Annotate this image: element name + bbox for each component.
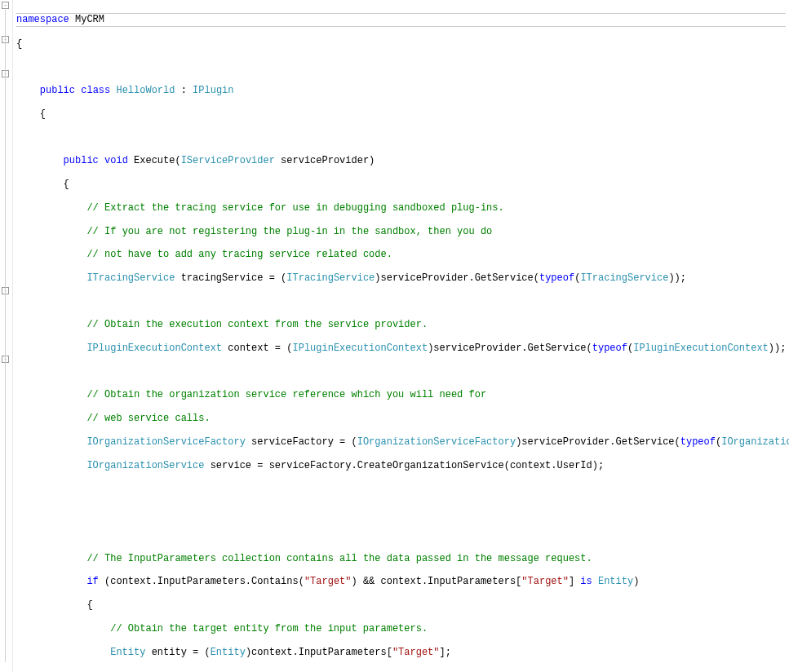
type-name: ITracingService [86,272,175,284]
type-name: ITracingService [580,272,668,284]
type-name: IOrganizationServiceFactory [721,436,789,448]
keyword: class [81,85,110,96]
brace: { [40,108,46,120]
comment: // Obtain the execution context from the… [86,319,428,330]
text: )serviceProvider.GetService( [375,272,539,284]
code-editor[interactable]: - - - - - namespace MyCRM { public class… [0,0,789,672]
type-name: Entity [211,647,246,658]
method-name: Execute [134,155,175,166]
fold-gutter: - - - - - [0,0,13,672]
paren: ( [175,155,180,166]
paren: ) [369,155,375,166]
comment: // Obtain the target entity from the inp… [110,623,439,634]
string: "Target" [304,576,352,587]
keyword: public [64,155,99,166]
text: : [175,85,193,96]
type-name: Entity [598,576,633,587]
string: "Target" [392,647,440,658]
keyword: public [40,85,75,96]
type-name: IOrganizationServiceFactory [86,436,245,448]
keyword: is [580,576,592,587]
type-name: IPluginExecutionContext [292,343,428,354]
comment: // Obtain the organization service refer… [86,389,498,400]
comment: // not have to add any tracing service r… [86,249,392,260]
text: entity = ( [145,647,210,658]
param: serviceProvider [275,155,369,166]
brace: { [64,179,69,190]
text: )); [769,343,787,354]
keyword: namespace [16,14,69,25]
text: service = serviceFactory.CreateOrganizat… [204,460,604,471]
comment: // The InputParameters collection contai… [86,553,604,564]
type-name: IPluginExecutionContext [633,343,769,354]
type-name: IServiceProvider [181,155,275,166]
text: (context.InputParameters.Contains( [99,576,304,587]
fold-icon[interactable]: - [2,2,9,9]
keyword: if [86,576,98,587]
text: ] [569,576,580,587]
brace: { [16,38,22,50]
type-name: ITracingService [286,272,375,284]
type-name: IOrganizationService [86,460,204,471]
type-name: IOrganizationServiceFactory [357,436,516,448]
text: serviceFactory = ( [246,436,357,448]
brace: { [86,599,92,611]
keyword: void [104,155,128,166]
text: )serviceProvider.GetService( [428,343,592,354]
text: context = ( [222,343,292,354]
text: ]; [440,647,451,658]
interface-name: IPlugin [193,85,233,96]
text: tracingService = ( [175,272,286,284]
text: )context.InputParameters[ [246,647,392,658]
type-name: Entity [110,647,145,658]
string: "Target" [521,576,569,587]
comment: // web service calls. [86,413,222,424]
text: ) && context.InputParameters[ [351,576,521,587]
keyword: typeof [539,272,574,284]
type-name: IPluginExecutionContext [86,343,222,354]
code-content[interactable]: namespace MyCRM { public class HelloWorl… [13,0,789,672]
comment: // If you are not registering the plug-i… [86,226,492,237]
keyword: typeof [680,436,716,448]
namespace-name: MyCRM [75,14,104,25]
text: )); [668,272,686,284]
comment: // Extract the tracing service for use i… [86,202,503,214]
keyword: typeof [592,343,627,354]
class-name: HelloWorld [116,85,175,96]
text: ) [633,576,639,587]
text: )serviceProvider.GetService( [516,436,680,448]
